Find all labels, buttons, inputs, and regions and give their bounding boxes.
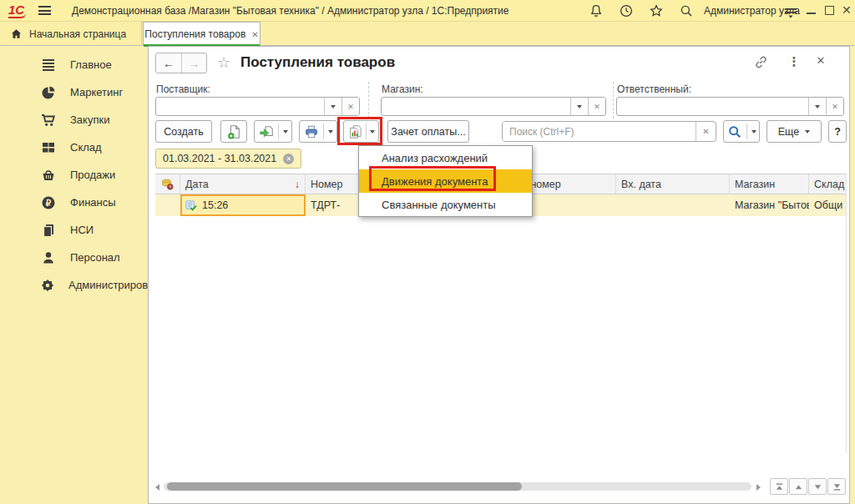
maximize-button[interactable]	[825, 6, 834, 15]
main-menu-icon[interactable]	[38, 6, 51, 18]
sidebar-item-nsi[interactable]: НСИ	[0, 216, 142, 244]
create-based-on-dropdown[interactable]	[283, 130, 288, 134]
go-last-button[interactable]	[827, 478, 846, 495]
column-header-warehouse[interactable]: Склад	[809, 174, 846, 194]
sidebar-item-main[interactable]: Главное	[0, 51, 142, 78]
tab-receipts[interactable]: Поступления товаров ✕	[143, 22, 261, 46]
sidebar-item-purchases[interactable]: Закупки	[0, 106, 142, 134]
create-based-on-button[interactable]	[254, 120, 292, 143]
1c-logo-icon: 1С	[8, 3, 26, 18]
payment-offset-button[interactable]: Зачет оплаты...	[387, 120, 469, 143]
search-input[interactable]	[503, 122, 696, 141]
global-search-icon[interactable]	[679, 3, 694, 18]
store-filter-combo: ✕	[381, 97, 606, 116]
notifications-bell-icon[interactable]	[589, 3, 604, 18]
search-clear-icon[interactable]: ✕	[696, 122, 716, 141]
favorites-star-icon[interactable]	[649, 3, 664, 18]
period-filter-label: 01.03.2021 - 31.03.2021	[163, 153, 276, 164]
supplier-clear-icon[interactable]: ✕	[341, 98, 359, 115]
window-close-button[interactable]: ✕	[842, 3, 852, 17]
supplier-dropdown-arrow[interactable]	[324, 98, 341, 115]
store-filter-input[interactable]	[382, 98, 570, 115]
create-new-document-button[interactable]	[220, 120, 247, 143]
column-header-in-date[interactable]: Вх. дата	[616, 174, 730, 194]
scroll-right-arrow[interactable]	[756, 484, 761, 491]
sidebar-item-warehouse[interactable]: Склад	[0, 134, 142, 161]
column-header-store[interactable]: Магазин	[730, 174, 809, 194]
document-report-icon	[347, 124, 362, 139]
sidebar-item-finance[interactable]: ₽ Финансы	[0, 189, 142, 216]
create-based-on-icon	[259, 124, 274, 139]
arrow-up-icon	[794, 482, 803, 491]
gear-icon	[40, 278, 55, 293]
period-filter-chip[interactable]: 01.03.2021 - 31.03.2021 ✕	[155, 149, 301, 169]
reports-dropdown-menu: Анализ расхождений Движения документа Св…	[358, 145, 533, 217]
supplier-filter-input[interactable]	[156, 98, 324, 115]
sidebar-item-administration[interactable]: Администрирование	[0, 271, 142, 299]
get-link-icon[interactable]	[752, 54, 769, 71]
go-first-icon	[775, 482, 784, 491]
help-button[interactable]: ?	[828, 120, 847, 143]
row-store-cell[interactable]: Магазин "Бытова…	[730, 194, 809, 216]
row-warehouse-cell[interactable]: Общи	[809, 194, 846, 216]
menu-item-related-documents[interactable]: Связанные документы	[359, 193, 532, 216]
print-dropdown[interactable]	[328, 130, 333, 134]
menu-item-document-movements[interactable]: Движения документа	[359, 169, 532, 193]
responsible-filter-label: Ответственный:	[617, 83, 691, 95]
more-button[interactable]: Еще	[766, 120, 822, 143]
responsible-filter-combo: ✕	[616, 97, 844, 116]
go-previous-button[interactable]	[789, 478, 807, 495]
person-icon	[40, 250, 57, 265]
history-icon[interactable]	[619, 3, 634, 18]
sidebar-item-sales[interactable]: Продажи	[0, 161, 142, 189]
period-remove-icon[interactable]: ✕	[283, 154, 294, 164]
posted-document-icon	[185, 200, 197, 211]
tabbar: Начальная страница Поступления товаров ✕	[0, 22, 855, 46]
add-favorite-star-icon[interactable]: ☆	[217, 53, 230, 72]
payment-status-column[interactable]	[155, 174, 180, 194]
sidebar-item-marketing[interactable]: Маркетинг	[0, 78, 142, 106]
row-in-date-cell[interactable]	[616, 194, 730, 216]
reports-dropdown[interactable]	[370, 130, 375, 134]
responsible-dropdown-arrow[interactable]	[808, 98, 826, 115]
column-header-date[interactable]: Дата ↓	[180, 174, 306, 194]
section-sidebar: Главное Маркетинг Закупки Склад Продажи …	[0, 47, 142, 504]
basket-icon	[40, 168, 57, 183]
search-dropdown[interactable]	[751, 130, 756, 134]
row-date-cell[interactable]: 15:26	[180, 194, 306, 216]
supplier-filter-combo: ✕	[155, 97, 360, 116]
filter-separator	[368, 82, 369, 118]
more-kebab-icon[interactable]: ⋮	[786, 54, 802, 71]
service-menu-icon[interactable]	[783, 5, 798, 20]
search-button[interactable]	[723, 120, 760, 143]
print-button[interactable]	[299, 120, 337, 143]
store-filter-label: Магазин:	[382, 83, 423, 95]
tab-close-icon[interactable]: ✕	[251, 30, 258, 39]
home-icon	[10, 28, 23, 40]
tab-home-label: Начальная страница	[29, 28, 126, 40]
pallet-blocks-icon	[40, 140, 57, 155]
reference-books-icon	[40, 223, 57, 238]
go-first-button[interactable]	[770, 478, 788, 495]
store-dropdown-arrow[interactable]	[570, 98, 588, 115]
ruble-circle-icon: ₽	[40, 195, 57, 210]
scroll-left-arrow[interactable]	[155, 484, 159, 491]
tab-home[interactable]: Начальная страница	[0, 22, 142, 46]
svg-text:₽: ₽	[46, 198, 52, 207]
responsible-clear-icon[interactable]: ✕	[826, 98, 843, 115]
reports-button[interactable]	[343, 120, 379, 143]
horizontal-scrollbar-thumb[interactable]	[167, 482, 522, 491]
store-clear-icon[interactable]: ✕	[588, 98, 605, 115]
app-window: 1С Демонстрационная база /Магазин "Бытов…	[0, 0, 855, 504]
create-button[interactable]: Создать	[155, 120, 212, 143]
minimize-button[interactable]	[807, 13, 816, 14]
go-next-button[interactable]	[808, 478, 827, 495]
menu-item-discrepancy-analysis[interactable]: Анализ расхождений	[359, 146, 532, 169]
sidebar-item-personnel[interactable]: Персонал	[0, 244, 142, 271]
window-title: Демонстрационная база /Магазин "Бытовая …	[72, 5, 509, 17]
forward-button[interactable]: →	[181, 53, 206, 73]
panel-close-icon[interactable]: ✕	[812, 54, 829, 71]
back-button[interactable]: ←	[156, 53, 181, 73]
responsible-filter-input[interactable]	[617, 98, 808, 115]
horizontal-scrollbar[interactable]	[164, 482, 751, 491]
